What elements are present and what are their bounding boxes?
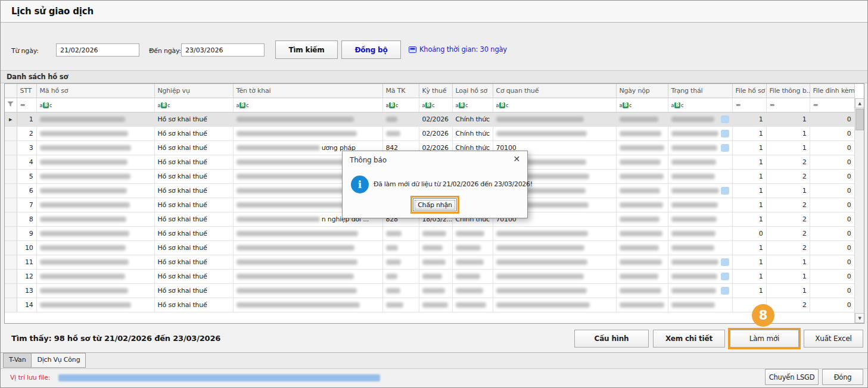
table-row[interactable]: 14Hồ sơ khai thuế20	[5, 298, 854, 312]
table-row[interactable]: ▸1Hồ sơ khai thuế02/2026Chính thức110	[5, 112, 854, 126]
cell-file_dinh_kem: 0	[810, 140, 854, 155]
transfer-lsgd-button[interactable]: Chuyển LSGD	[765, 369, 819, 385]
filter-cell-loai_ho_so[interactable]: aBc	[452, 98, 493, 112]
redacted-text	[620, 159, 661, 165]
column-header-ngay_nop[interactable]: Ngày nộp	[616, 84, 668, 98]
filter-cell-ten_to_khai[interactable]: aBc	[233, 98, 382, 112]
status-doc-icon[interactable]	[721, 115, 729, 123]
status-doc-icon[interactable]	[721, 130, 729, 137]
redacted-text	[620, 259, 662, 265]
tab-bar: T-Van Dịch Vụ Công	[1, 353, 867, 368]
column-header-ma_ho_so[interactable]: Mã hồ sơ	[36, 84, 154, 98]
cell-nghiep_vu: Hồ sơ khai thuế	[154, 140, 233, 155]
cell-nghiep_vu: Hồ sơ khai thuế	[154, 169, 233, 183]
export-excel-button[interactable]: Xuất Excel	[804, 330, 863, 348]
table-row[interactable]: 12Hồ sơ khai thuế110	[5, 269, 854, 283]
cell-ngay_nop	[616, 298, 668, 312]
tab-tvan[interactable]: T-Van	[3, 353, 32, 368]
dialog-title: Thông báo	[350, 156, 387, 164]
column-header-trang_thai[interactable]: Trạng thái	[668, 84, 732, 98]
close-icon[interactable]: ✕	[513, 154, 520, 164]
redacted-text	[386, 245, 398, 251]
time-range-link[interactable]: Khoảng thời gian: 30 ngày	[409, 45, 507, 54]
filter-cell-file_dinh_kem[interactable]: =	[810, 98, 854, 112]
redacted-text	[496, 274, 584, 279]
redacted-text	[237, 117, 354, 122]
filter-cell-file_ho_so[interactable]: =	[732, 98, 766, 112]
column-header-ma_tk[interactable]: Mã TK	[382, 84, 419, 98]
text-filter-icon: aBc	[456, 102, 468, 108]
status-doc-icon[interactable]	[721, 273, 729, 280]
status-doc-icon[interactable]	[721, 287, 729, 295]
sync-button[interactable]: Đồng bộ	[341, 40, 401, 59]
column-header-ky_thue[interactable]: Kỳ thuế	[419, 84, 452, 98]
from-date-input[interactable]	[57, 46, 150, 54]
filter-cell-ma_tk[interactable]: aBc	[382, 98, 419, 112]
column-header-nghiep_vu[interactable]: Nghiệp vụ	[154, 84, 233, 98]
cell-nghiep_vu: Hồ sơ khai thuế	[154, 112, 233, 126]
filter-cell-ngay_nop[interactable]: aBc	[616, 98, 668, 112]
table-row[interactable]: 10Hồ sơ khai thuế120	[5, 240, 854, 255]
cell-ky_thue: 02/2026	[419, 126, 452, 140]
scroll-down-button[interactable]: ▼	[855, 313, 864, 323]
redacted-text	[671, 259, 718, 265]
cell-file_dinh_kem: 0	[810, 283, 854, 298]
to-date-field[interactable]: ▾	[181, 43, 265, 57]
cell-file_thong_bao: 1	[766, 112, 810, 126]
status-doc-icon[interactable]	[721, 258, 729, 266]
from-date-field[interactable]: ▾	[56, 43, 139, 57]
status-doc-icon[interactable]	[721, 144, 729, 152]
search-button[interactable]: Tìm kiếm	[275, 40, 338, 59]
cell-file_ho_so: 1	[732, 155, 766, 169]
cell-ky_thue	[419, 226, 452, 240]
cell-stt: 12	[17, 269, 36, 283]
redacted-text	[620, 245, 659, 251]
redacted-text	[237, 188, 356, 193]
accept-button-highlight: Chấp nhận	[410, 196, 459, 214]
row-indicator	[5, 126, 17, 140]
redacted-text	[671, 117, 714, 122]
filter-cell-trang_thai[interactable]: aBc	[668, 98, 732, 112]
config-button[interactable]: Cấu hình	[574, 330, 649, 348]
column-header-file_thong_bao[interactable]: File thông b...	[766, 84, 810, 98]
column-header-loai_ho_so[interactable]: Loại hồ sơ	[452, 84, 493, 98]
column-header-stt[interactable]: STT	[17, 84, 36, 98]
accept-button[interactable]: Chấp nhận	[413, 198, 457, 211]
redacted-text	[386, 231, 402, 236]
info-icon: i	[351, 176, 369, 193]
to-date-input[interactable]	[182, 46, 275, 54]
view-detail-button[interactable]: Xem chi tiết	[653, 330, 725, 348]
column-header-ten_to_khai[interactable]: Tên tờ khai	[233, 84, 382, 98]
redacted-text	[620, 202, 663, 208]
scroll-thumb[interactable]	[855, 109, 864, 130]
cell-file_dinh_kem: 0	[810, 112, 854, 126]
status-doc-icon[interactable]	[721, 187, 729, 195]
column-header-file_ho_so[interactable]: File hồ sơ	[732, 84, 766, 98]
scroll-up-button[interactable]: ▲	[855, 98, 864, 108]
column-header-co_quan_thue[interactable]: Cơ quan thuế	[493, 84, 616, 98]
close-button[interactable]: Đóng	[822, 369, 863, 385]
filter-cell-file_thong_bao[interactable]: =	[766, 98, 810, 112]
tab-dich-vu-cong[interactable]: Dịch Vụ Công	[32, 353, 86, 368]
vertical-scrollbar[interactable]: ▲ ▼	[854, 98, 864, 323]
redacted-text	[422, 302, 448, 308]
filter-cell-ma_ho_so[interactable]: aBc	[36, 98, 154, 112]
filter-cell-co_quan_thue[interactable]: aBc	[493, 98, 616, 112]
cell-ma_tk	[382, 112, 419, 126]
column-header-file_dinh_kem[interactable]: File đính kèm	[810, 84, 854, 98]
filter-funnel-icon[interactable]	[5, 98, 17, 112]
table-row[interactable]: 13Hồ sơ khai thuế110	[5, 283, 854, 298]
redacted-text	[40, 302, 131, 308]
arrow-down-icon: ▼	[858, 316, 861, 321]
refresh-button[interactable]: Làm mới	[730, 330, 799, 348]
cell-file_dinh_kem: 0	[810, 212, 854, 226]
cell-file_dinh_kem: 0	[810, 169, 854, 183]
filter-cell-ky_thue[interactable]: aBc	[419, 98, 452, 112]
table-row[interactable]: 11Hồ sơ khai thuế110	[5, 255, 854, 269]
table-row[interactable]: 9Hồ sơ khai thuế020	[5, 226, 854, 240]
filter-cell-stt[interactable]: =	[17, 98, 36, 112]
filter-cell-nghiep_vu[interactable]: aBc	[154, 98, 233, 112]
cell-ky_thue	[419, 298, 452, 312]
table-row[interactable]: 2Hồ sơ khai thuế02/2026Chính thức110	[5, 126, 854, 140]
cell-ky_thue	[419, 269, 452, 283]
